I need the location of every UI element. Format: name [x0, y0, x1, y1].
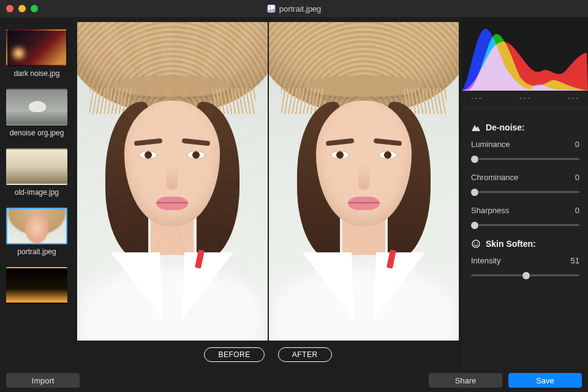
svg-rect-0	[268, 5, 275, 12]
before-button[interactable]: BEFORE	[204, 347, 264, 362]
close-icon[interactable]	[6, 5, 13, 12]
thumbnail-image	[6, 89, 67, 126]
histogram[interactable]	[462, 17, 588, 91]
thumbnail-old-image.jpg[interactable]: old-image.jpg	[5, 148, 69, 197]
thumbnail-dark noise.jpg[interactable]: dark noise.jpg	[5, 29, 69, 78]
file-icon	[267, 4, 276, 13]
footer: Import Share Save	[0, 369, 588, 392]
minimize-icon[interactable]	[18, 5, 26, 12]
thumbnail-image	[6, 208, 67, 244]
skin-section-header: Skin Soften:	[471, 239, 579, 249]
thumbnail-image	[6, 29, 67, 66]
mountain-icon	[471, 123, 481, 132]
preview-area: BEFORE AFTER	[74, 17, 462, 369]
slider-value: 0	[575, 173, 579, 182]
thumbnail-label: dark noise.jpg	[5, 69, 69, 78]
controls: De-noise: Luminance0Chrominance0Sharpnes…	[462, 108, 588, 369]
svg-point-3	[472, 240, 480, 247]
preview-split	[74, 22, 462, 341]
denoise-control-sharpness: Sharpness0	[471, 206, 579, 228]
preview-after[interactable]	[269, 22, 459, 341]
save-button[interactable]: Save	[508, 373, 582, 388]
readout-2: ---	[519, 93, 531, 102]
noise-overlay	[77, 22, 268, 341]
after-button[interactable]: AFTER	[278, 347, 332, 362]
denoise-slider-luminance[interactable]	[471, 158, 579, 160]
thumbnail-label: denoise org.jpeg	[5, 129, 69, 137]
readout-3: ---	[568, 93, 579, 102]
window-controls	[6, 5, 38, 12]
svg-point-2	[269, 6, 271, 8]
slider-value: 0	[575, 206, 579, 215]
slider-label: Luminance	[471, 140, 510, 149]
thumbnail-denoise org.jpeg[interactable]: denoise org.jpeg	[5, 89, 69, 137]
denoise-control-luminance: Luminance0	[471, 140, 579, 162]
thumbnail-image	[6, 148, 67, 185]
svg-point-5	[477, 243, 478, 244]
skin-control-intensity: Intensity51	[471, 256, 579, 278]
denoise-control-chrominance: Chrominance0	[471, 173, 579, 195]
readout-1: ---	[471, 93, 483, 102]
thumbnail-label: old-image.jpg	[5, 188, 69, 197]
titlebar: portrait.jpeg	[0, 0, 588, 17]
slider-value: 51	[571, 256, 579, 265]
slider-label: Intensity	[471, 256, 500, 265]
thumbnail-image	[6, 267, 67, 304]
slider-label: Chrominance	[471, 173, 518, 182]
sidebar-thumbnails: dark noise.jpgdenoise org.jpegold-image.…	[0, 17, 74, 369]
right-panel: --- --- --- De-noise: Luminance0Chromina…	[462, 17, 588, 369]
import-button[interactable]: Import	[6, 373, 80, 388]
preview-labels: BEFORE AFTER	[74, 341, 462, 369]
share-button[interactable]: Share	[429, 373, 502, 388]
histogram-readouts: --- --- ---	[462, 91, 588, 108]
main-area: dark noise.jpgdenoise org.jpegold-image.…	[0, 17, 588, 369]
maximize-icon[interactable]	[31, 5, 38, 12]
preview-before[interactable]	[77, 22, 268, 341]
skin-slider-intensity[interactable]	[471, 274, 579, 276]
thumbnail-portrait.jpeg[interactable]: portrait.jpeg	[5, 208, 69, 256]
svg-point-4	[474, 243, 475, 244]
denoise-slider-chrominance[interactable]	[471, 191, 579, 193]
slider-label: Sharpness	[471, 206, 509, 215]
denoise-section-header: De-noise:	[471, 123, 579, 132]
thumbnail-label: portrait.jpeg	[5, 247, 69, 256]
svg-rect-1	[268, 5, 275, 12]
denoise-slider-sharpness[interactable]	[471, 224, 579, 226]
thumbnail-item-4[interactable]	[5, 267, 69, 304]
slider-value: 0	[575, 140, 579, 149]
window-title: portrait.jpeg	[0, 4, 588, 13]
face-icon	[471, 239, 481, 249]
